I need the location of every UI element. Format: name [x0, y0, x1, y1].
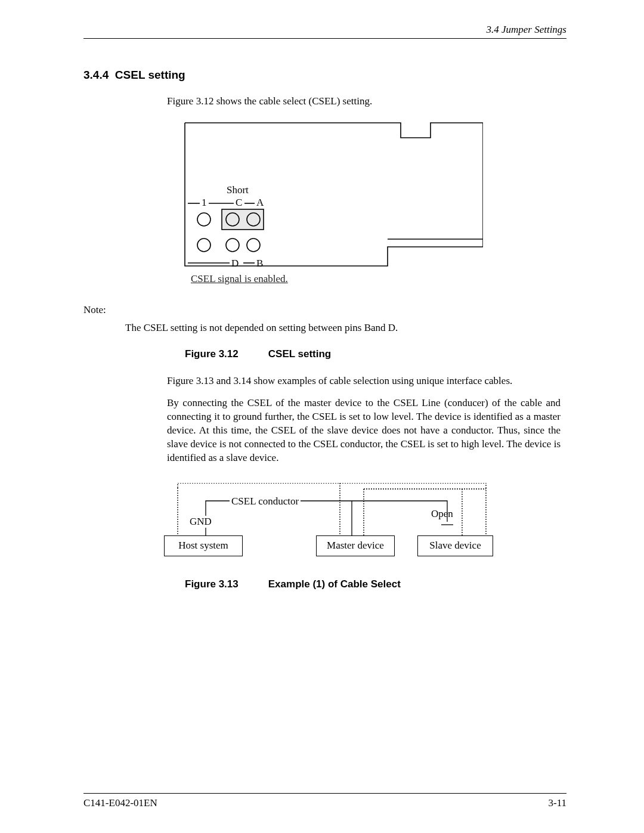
fig313-open-label: Open [429, 508, 455, 520]
fig313-slave-box: Slave device [417, 535, 493, 556]
figure-3-12-caption: Figure 3.12CSEL setting [185, 348, 566, 360]
fig313-csel-conductor-label: CSEL conductor [230, 496, 301, 507]
fig313-master-text: Master device [327, 540, 384, 552]
section-title-text: CSEL setting [115, 69, 185, 81]
fig312-pin-c: C [236, 197, 242, 209]
page: 3.4 Jumper Settings 3.4.4 CSEL setting F… [0, 0, 644, 833]
fig313-host-box: Host system [164, 535, 243, 556]
note-label: Note: [83, 304, 566, 316]
svg-point-10 [226, 239, 239, 252]
page-footer: C141-E042-01EN 3-11 [83, 793, 566, 809]
fig312-caption-note: CSEL signal is enabled. [191, 273, 288, 285]
figure-3-13: CSEL conductor GND Open Host system Mast… [161, 483, 495, 561]
fig313-gnd-label: GND [188, 516, 213, 528]
header-section-ref: 3.4 Jumper Settings [83, 24, 566, 36]
fig312-short-label: Short [227, 184, 249, 196]
footer-rule [83, 793, 566, 794]
footer-page-number: 3-11 [548, 797, 566, 809]
fig312-pin-b: B [256, 258, 263, 270]
section-number: 3.4.4 [83, 69, 109, 81]
fig313-caption-title: Example (1) of Cable Select [268, 578, 401, 590]
svg-rect-5 [222, 209, 264, 230]
fig313-master-box: Master device [316, 535, 395, 556]
fig312-caption-fig: Figure 3.12 [185, 348, 239, 360]
figure-3-13-caption: Figure 3.13Example (1) of Cable Select [185, 578, 566, 590]
fig312-pin-1: 1 [202, 197, 207, 209]
figure-3-12-svg [167, 117, 483, 290]
note-text: The CSEL setting is not depended on sett… [125, 322, 566, 334]
section-heading: 3.4.4 CSEL setting [83, 69, 566, 82]
fig313-host-text: Host system [178, 540, 228, 552]
svg-point-9 [197, 239, 210, 252]
svg-point-6 [197, 213, 210, 226]
footer-doc-id: C141-E042-01EN [83, 797, 157, 809]
fig312-caption-title: CSEL setting [268, 348, 331, 360]
svg-point-11 [247, 239, 260, 252]
fig312-pin-a: A [256, 197, 264, 209]
fig312-pin-d: D [231, 258, 239, 270]
paragraph-2: Figure 3.13 and 3.14 show examples of ca… [167, 374, 561, 388]
figure-3-12: Short 1 C A D B CSEL signal is enabled. [167, 117, 483, 290]
intro-paragraph: Figure 3.12 shows the cable select (CSEL… [167, 95, 561, 109]
header-rule [83, 38, 566, 39]
fig313-caption-fig: Figure 3.13 [185, 578, 239, 590]
fig313-slave-text: Slave device [429, 540, 481, 552]
paragraph-3: By connecting the CSEL of the master dev… [167, 397, 561, 465]
